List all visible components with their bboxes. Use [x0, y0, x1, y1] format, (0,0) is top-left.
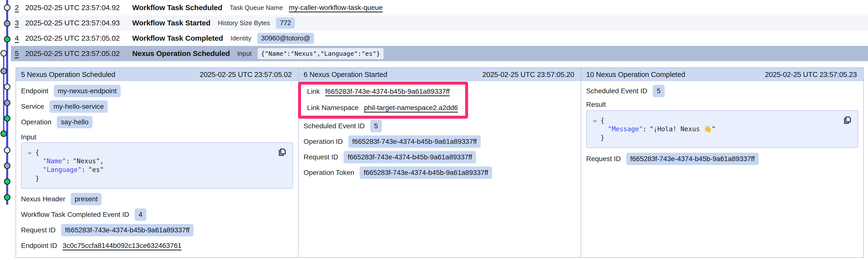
- json-colon: :: [82, 166, 86, 174]
- event-row-3[interactable]: 3 2025-02-25 UTC 23:57:04.93 Workflow Ta…: [11, 15, 868, 31]
- timeline-node-pending[interactable]: [1, 50, 7, 56]
- panel-header: 5 Nexus Operation Scheduled 2025-02-25 U…: [16, 68, 298, 81]
- field-label: Service: [21, 103, 44, 111]
- endpoint-id-link[interactable]: 3c0c75ccfa8144b092c13ce632463761: [63, 242, 181, 250]
- field-operation-id: Operation ID f665283f-743e-4374-b45b-9a6…: [304, 136, 576, 147]
- json-colon: :: [643, 125, 647, 133]
- copy-icon[interactable]: [277, 148, 287, 157]
- field-endpoint-id: Endpoint ID 3c0c75ccfa8144b092c13ce63246…: [21, 240, 293, 251]
- panel-nexus-operation-completed: 10 Nexus Operation Completed 2025-02-25 …: [581, 68, 863, 257]
- event-id-link[interactable]: 4: [15, 34, 25, 42]
- field-label: Endpoint: [21, 87, 49, 95]
- timeline-node-seen[interactable]: [4, 21, 10, 26]
- result-section-label: Result: [586, 101, 858, 108]
- copy-icon[interactable]: [842, 116, 852, 125]
- timeline-node-pending[interactable]: [4, 148, 10, 153]
- field-label: Endpoint ID: [21, 242, 57, 250]
- field-request-id: Request ID f665283f-743e-4374-b45b-9a61a…: [586, 153, 858, 164]
- field-label: Link: [307, 87, 319, 96]
- panel-timestamp: 2025-02-25 UTC 23:57:05.23: [765, 71, 857, 79]
- event-name: Workflow Task Scheduled: [132, 3, 222, 12]
- json-brace: {: [600, 117, 604, 124]
- input-json-viewer: { "Name":"Nexus", "Language":"es" }: [21, 142, 293, 189]
- event-id-link[interactable]: 5: [15, 49, 25, 58]
- event-row-2[interactable]: 2 2025-02-25 UTC 23:57:04.92 Workflow Ta…: [11, 0, 868, 15]
- timeline-node-seen[interactable]: [4, 100, 10, 106]
- json-line: "Message":"¡Hola! Nexus 👋": [593, 125, 851, 134]
- field-nexus-header: Nexus Header present: [21, 194, 293, 205]
- timeline-node-completed[interactable]: [4, 37, 10, 42]
- field-label: Request ID: [21, 226, 56, 234]
- panel-header: 10 Nexus Operation Completed 2025-02-25 …: [581, 68, 863, 81]
- panel-nexus-operation-started: 6 Nexus Operation Started 2025-02-25 UTC…: [298, 68, 581, 257]
- event-detail-panels: 5 Nexus Operation Scheduled 2025-02-25 U…: [16, 67, 864, 258]
- link-highlight-box: Link f665283f-743e-4374-b45b-9a61a89337f…: [298, 82, 468, 119]
- timeline-node-completed[interactable]: [4, 195, 10, 200]
- event-attr-label: Task Queue Name: [229, 4, 283, 11]
- field-label: Scheduled Event ID: [304, 122, 365, 130]
- json-line: "Language":"es": [27, 165, 286, 174]
- json-brace: {: [35, 149, 39, 156]
- field-value-badge: f665283f-743e-4374-b45b-9a61a89337ff: [61, 224, 193, 236]
- timeline-node-pending[interactable]: [4, 5, 10, 11]
- event-time: 2025-02-25 UTC 23:57:04.93: [25, 19, 132, 27]
- field-operation: Operation say-hello: [21, 117, 293, 127]
- event-name: Workflow Task Started: [132, 19, 210, 27]
- field-scheduled-event-id: Scheduled Event ID 5: [304, 121, 576, 132]
- timeline-node-seen[interactable]: [4, 163, 10, 169]
- event-time: 2025-02-25 UTC 23:57:04.92: [25, 3, 132, 12]
- timeline-node-completed[interactable]: [1, 131, 7, 137]
- timeline-node-completed[interactable]: [4, 179, 10, 185]
- panel-nexus-operation-scheduled: 5 Nexus Operation Scheduled 2025-02-25 U…: [16, 68, 298, 257]
- event-name: Workflow Task Completed: [132, 34, 223, 42]
- field-value-badge: 4: [135, 209, 147, 221]
- event-rows: 2 2025-02-25 UTC 23:57:04.92 Workflow Ta…: [11, 0, 868, 61]
- field-value-badge: my-nexus-endpoint: [54, 85, 121, 97]
- field-link: Link f665283f-743e-4374-b45b-9a61a89337f…: [307, 86, 465, 97]
- field-value-badge: f665283f-743e-4374-b45b-9a61a89337ff: [344, 151, 476, 163]
- link-namespace-link[interactable]: phil-target-namespace2.a2dd6: [364, 104, 458, 112]
- collapse-chevron-icon[interactable]: [27, 148, 35, 157]
- json-line: "Name":"Nexus",: [27, 157, 286, 165]
- timeline-node-completed[interactable]: [4, 116, 10, 121]
- json-line: }: [27, 174, 286, 183]
- timeline-node-seen[interactable]: [1, 68, 7, 74]
- field-workflow-task-completed-event-id: Workflow Task Completed Event ID 4: [21, 209, 293, 220]
- json-brace: }: [35, 175, 39, 182]
- json-line: {: [27, 148, 286, 157]
- task-queue-link[interactable]: my-caller-workflow-task-queue: [289, 4, 383, 11]
- field-label: Operation ID: [304, 138, 343, 146]
- field-link-namespace: Link Namespace phil-target-namespace2.a2…: [307, 103, 465, 113]
- json-key: "Language": [43, 166, 82, 174]
- field-request-id: Request ID f665283f-743e-4374-b45b-9a61a…: [21, 225, 293, 235]
- event-id-link[interactable]: 3: [15, 19, 25, 27]
- event-row-4[interactable]: 4 2025-02-25 UTC 23:57:05.02 Workflow Ta…: [11, 31, 868, 46]
- json-brace: }: [600, 134, 604, 141]
- panel-timestamp: 2025-02-25 UTC 23:57:05.02: [200, 71, 292, 79]
- field-label: Operation Token: [304, 169, 354, 177]
- json-line: {: [593, 116, 851, 125]
- json-line: }: [593, 134, 851, 142]
- field-operation-token: Operation Token f665283f-743e-4374-b45b-…: [304, 167, 576, 178]
- result-json-viewer: { "Message":"¡Hola! Nexus 👋" }: [586, 110, 858, 148]
- collapse-chevron-icon[interactable]: [593, 116, 600, 125]
- field-value-badge: say-hello: [57, 116, 92, 128]
- field-service: Service my-hello-service: [21, 101, 293, 112]
- panel-body: Scheduled Event ID 5 Result { "Message":…: [581, 81, 863, 257]
- timeline-node-pending[interactable]: [4, 84, 10, 90]
- panel-body: Link f665283f-743e-4374-b45b-9a61a89337f…: [299, 81, 581, 257]
- json-value: "Nexus",: [73, 157, 104, 165]
- json-colon: :: [66, 157, 70, 165]
- field-endpoint: Endpoint my-nexus-endpoint: [21, 85, 293, 97]
- field-label: Workflow Task Completed Event ID: [21, 211, 129, 219]
- event-row-5-selected[interactable]: 5 2025-02-25 UTC 23:57:05.02 Nexus Opera…: [11, 46, 868, 61]
- event-attr-badge: 30960@totoro@: [257, 33, 314, 44]
- event-input-badge: {"Name":"Nexus","Language":"es"}: [257, 48, 383, 59]
- field-request-id: Request ID f665283f-743e-4374-b45b-9a61a…: [304, 152, 576, 162]
- event-id-link[interactable]: 2: [15, 4, 25, 12]
- field-value-badge: 5: [370, 120, 382, 132]
- link-value-link[interactable]: f665283f-743e-4374-b45b-9a61a89337ff: [325, 87, 450, 96]
- event-time: 2025-02-25 UTC 23:57:05.02: [25, 49, 132, 58]
- panel-title: 10 Nexus Operation Completed: [586, 71, 685, 79]
- field-label: Nexus Header: [21, 195, 65, 203]
